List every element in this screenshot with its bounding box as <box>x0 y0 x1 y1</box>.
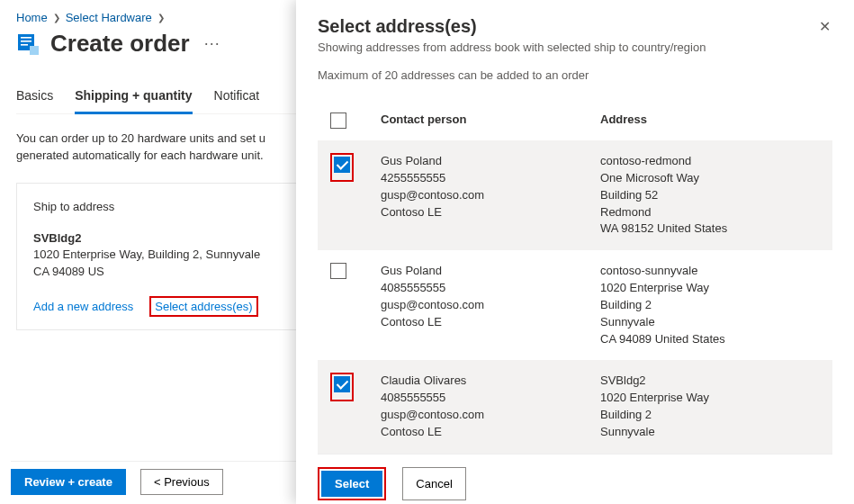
panel-subtitle: Showing addresses from address book with… <box>318 40 706 54</box>
contact-email: gusp@contoso.com <box>381 187 600 204</box>
order-icon <box>16 32 41 57</box>
ship-to-label: Ship to address <box>33 200 287 213</box>
col-header-address: Address <box>600 112 820 131</box>
panel-note: Maximum of 20 addresses can be added to … <box>318 68 706 82</box>
address-row[interactable]: Claudia Olivares 4085555555 gusp@contoso… <box>318 360 832 453</box>
review-create-button[interactable]: Review + create <box>11 469 126 495</box>
contact-email: gusp@contoso.com <box>381 407 600 424</box>
row-checkbox[interactable] <box>334 376 350 392</box>
select-all-checkbox[interactable] <box>330 112 346 129</box>
chevron-icon: ❯ <box>157 13 165 22</box>
address-row[interactable]: Gus Poland 4085555555 gusp@contoso.com C… <box>318 250 832 360</box>
highlight-checkbox <box>330 373 354 401</box>
highlight-select-addresses: Select address(es) <box>149 296 257 317</box>
ship-to-card: Ship to address SVBldg2 1020 Enterprise … <box>16 183 304 331</box>
svg-rect-4 <box>30 46 39 55</box>
contact-name: Gus Poland <box>381 263 600 280</box>
table-header: Contact person Address <box>318 98 832 140</box>
tab-notifications[interactable]: Notificat <box>214 83 260 113</box>
previous-button[interactable]: < Previous <box>140 469 223 495</box>
contact-phone: 4085555555 <box>381 280 600 297</box>
address-line: 1020 Enterprise Way <box>600 390 820 407</box>
select-addresses-link[interactable]: Select address(es) <box>155 300 252 313</box>
close-icon[interactable]: ✕ <box>817 16 832 37</box>
page-title: Create order <box>50 30 190 58</box>
select-addresses-panel: Select address(es) Showing addresses fro… <box>296 0 854 504</box>
contact-email: gusp@contoso.com <box>381 297 600 314</box>
svg-rect-2 <box>21 40 31 42</box>
panel-title: Select address(es) <box>318 16 706 37</box>
contact-name: Claudia Olivares <box>381 373 600 390</box>
address-row[interactable]: Gus Poland 4255555555 gusp@contoso.com C… <box>318 140 832 250</box>
chevron-icon: ❯ <box>53 13 60 22</box>
col-header-contact: Contact person <box>363 112 600 131</box>
add-new-address-link[interactable]: Add a new address <box>33 300 133 313</box>
bottom-bar: Review + create < Previous <box>11 461 299 495</box>
address-name: SVBldg2 <box>600 373 820 390</box>
contact-phone: 4085555555 <box>381 390 600 407</box>
contact-org: Contoso LE <box>381 424 600 441</box>
row-checkbox[interactable] <box>334 157 350 173</box>
address-line: CA 94089 United States <box>600 331 820 348</box>
row-checkbox[interactable] <box>330 263 346 279</box>
contact-org: Contoso LE <box>381 314 600 331</box>
highlight-select-button: Select <box>318 467 386 500</box>
highlight-checkbox <box>330 153 354 182</box>
address-line: Building 2 <box>600 297 820 314</box>
address-line: Sunnyvale <box>600 314 820 331</box>
panel-footer: Select Cancel <box>318 454 832 500</box>
address-line: Building 2 <box>600 407 820 424</box>
address-line: Sunnyvale <box>600 424 820 441</box>
address-line1: 1020 Enterprise Way, Building 2, Sunnyva… <box>33 247 287 264</box>
tab-basics[interactable]: Basics <box>16 83 53 113</box>
svg-rect-1 <box>21 37 31 39</box>
address-line: WA 98152 United States <box>600 220 820 238</box>
cancel-button[interactable]: Cancel <box>402 467 465 500</box>
address-line: Redmond <box>600 204 820 221</box>
address-line: One Microsoft Way <box>600 170 820 187</box>
breadcrumb-home[interactable]: Home <box>16 11 48 24</box>
contact-org: Contoso LE <box>381 204 600 221</box>
address-name: SVBldg2 <box>33 231 287 245</box>
address-name: contoso-redmond <box>600 153 820 170</box>
more-menu[interactable]: ··· <box>199 34 220 53</box>
breadcrumb-select-hardware[interactable]: Select Hardware <box>66 11 152 24</box>
contact-name: Gus Poland <box>381 153 600 170</box>
tab-shipping[interactable]: Shipping + quantity <box>75 83 192 114</box>
select-button[interactable]: Select <box>321 471 382 497</box>
contact-phone: 4255555555 <box>381 170 600 187</box>
svg-rect-3 <box>21 44 28 46</box>
address-line: Building 52 <box>600 187 820 204</box>
address-name: contoso-sunnyvale <box>600 263 820 280</box>
address-line2: CA 94089 US <box>33 264 287 281</box>
address-line: 1020 Enterprise Way <box>600 280 820 297</box>
